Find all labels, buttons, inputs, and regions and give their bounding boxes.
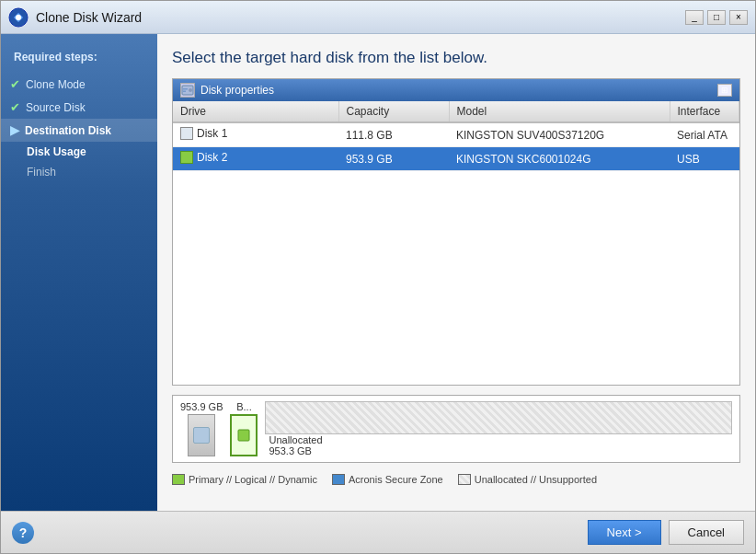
app-icon xyxy=(8,7,29,28)
check-icon-2: ✔ xyxy=(10,100,20,114)
maximize-button[interactable]: □ xyxy=(707,10,726,25)
disk-size-label-area: 953.9 GB xyxy=(180,401,223,456)
cell-drive-2: Disk 2 xyxy=(173,147,338,171)
partition-bar-area: Unallocated 953.3 GB xyxy=(265,401,732,456)
svg-rect-5 xyxy=(183,91,186,93)
col-capacity: Capacity xyxy=(338,101,449,122)
disk-props-header: Disk properties ⊞ xyxy=(173,79,739,101)
sidebar-item-finish[interactable]: Finish xyxy=(1,162,157,182)
partition-label: Unallocated xyxy=(269,434,732,445)
disk-thumb-green xyxy=(230,414,258,456)
sidebar-label-disk-usage: Disk Usage xyxy=(27,145,86,158)
col-interface: Interface xyxy=(670,101,739,122)
cell-model-1: KINGSTON SUV400S37120G xyxy=(449,122,670,147)
sidebar: Required steps: ✔ Clone Mode ✔ Source Di… xyxy=(1,34,157,511)
title-bar: Clone Disk Wizard _ □ × xyxy=(1,1,755,34)
legend-bar: Primary // Logical // Dynamic Acronis Se… xyxy=(172,470,740,489)
page-title: Select the target hard disk from the lis… xyxy=(172,49,740,67)
sidebar-label-destination-disk: Destination Disk xyxy=(25,124,111,137)
partition-size: 953.3 GB xyxy=(269,445,732,456)
svg-rect-4 xyxy=(183,88,188,90)
partition-bar xyxy=(265,401,732,434)
disk-header-icon xyxy=(180,83,195,98)
sidebar-label-clone-mode: Clone Mode xyxy=(26,78,86,91)
table-row[interactable]: Disk 1 111.8 GB KINGSTON SUV400S37120G S… xyxy=(173,122,739,147)
window-controls: _ □ × xyxy=(685,10,748,25)
help-button[interactable]: ? xyxy=(12,522,34,544)
cell-interface-1: Serial ATA xyxy=(670,122,739,147)
table-area: Drive Capacity Model Interface xyxy=(173,101,739,385)
window-title: Clone Disk Wizard xyxy=(36,10,685,25)
cancel-button[interactable]: Cancel xyxy=(669,520,744,545)
col-model: Model xyxy=(449,101,670,122)
disk-thumb-inner xyxy=(193,427,210,444)
sidebar-item-clone-mode[interactable]: ✔ Clone Mode xyxy=(1,73,157,96)
footer-left: ? xyxy=(12,522,34,544)
disk-row-icon-1 xyxy=(180,127,193,140)
legend-unallocated: Unallocated // Unsupported xyxy=(458,474,597,485)
legend-label-unallocated: Unallocated // Unsupported xyxy=(475,474,597,485)
sidebar-item-destination-disk[interactable]: ▶ Destination Disk xyxy=(1,119,157,142)
disk-row-icon-2 xyxy=(180,151,193,164)
disk-size-label: 953.9 GB xyxy=(180,401,223,412)
sidebar-label-finish: Finish xyxy=(27,166,56,179)
legend-swatch-acronis xyxy=(332,474,345,485)
legend-label-primary: Primary // Logical // Dynamic xyxy=(189,474,317,485)
cell-capacity-1: 111.8 GB xyxy=(338,122,449,147)
disk-visualization: 953.9 GB B... xyxy=(172,395,740,463)
disk-label2: B... xyxy=(236,401,252,412)
partition-info: Unallocated 953.3 GB xyxy=(269,434,732,456)
sidebar-item-source-disk[interactable]: ✔ Source Disk xyxy=(1,96,157,119)
disk-properties-box: Disk properties ⊞ Drive Capacity Model I… xyxy=(172,78,740,386)
close-button[interactable]: × xyxy=(729,10,748,25)
minimize-button[interactable]: _ xyxy=(685,10,704,25)
next-button[interactable]: Next > xyxy=(588,520,661,545)
content-area: Required steps: ✔ Clone Mode ✔ Source Di… xyxy=(1,34,755,511)
arrow-icon: ▶ xyxy=(10,123,19,137)
svg-rect-6 xyxy=(238,430,249,441)
col-drive: Drive xyxy=(173,101,338,122)
legend-primary: Primary // Logical // Dynamic xyxy=(172,474,317,485)
footer-right: Next > Cancel xyxy=(588,520,744,545)
svg-point-1 xyxy=(16,15,21,20)
check-icon: ✔ xyxy=(10,77,20,91)
legend-swatch-primary xyxy=(172,474,185,485)
disk-props-btn[interactable]: ⊞ xyxy=(717,84,732,97)
sidebar-required-label: Required steps: xyxy=(1,45,157,73)
unallocated-partition xyxy=(266,402,731,433)
cell-model-2: KINGSTON SKC6001024G xyxy=(449,147,670,171)
cell-drive-1: Disk 1 xyxy=(173,122,338,147)
disk-thumb xyxy=(188,414,215,456)
table-row-selected[interactable]: Disk 2 953.9 GB KINGSTON SKC6001024G USB xyxy=(173,147,739,171)
cell-capacity-2: 953.9 GB xyxy=(338,147,449,171)
svg-point-3 xyxy=(189,88,192,92)
window: Clone Disk Wizard _ □ × Required steps: … xyxy=(0,0,756,554)
disk-props-label: Disk properties xyxy=(200,84,274,97)
legend-label-acronis: Acronis Secure Zone xyxy=(349,474,443,485)
main-panel: Select the target hard disk from the lis… xyxy=(157,34,755,511)
sidebar-item-disk-usage[interactable]: Disk Usage xyxy=(1,142,157,162)
legend-acronis: Acronis Secure Zone xyxy=(332,474,443,485)
disk-label2-area: B... xyxy=(230,401,258,456)
sidebar-label-source-disk: Source Disk xyxy=(26,101,86,114)
disk-table: Drive Capacity Model Interface xyxy=(173,101,739,171)
cell-interface-2: USB xyxy=(670,147,739,171)
legend-swatch-unallocated xyxy=(458,474,471,485)
footer-bar: ? Next > Cancel xyxy=(1,511,755,553)
